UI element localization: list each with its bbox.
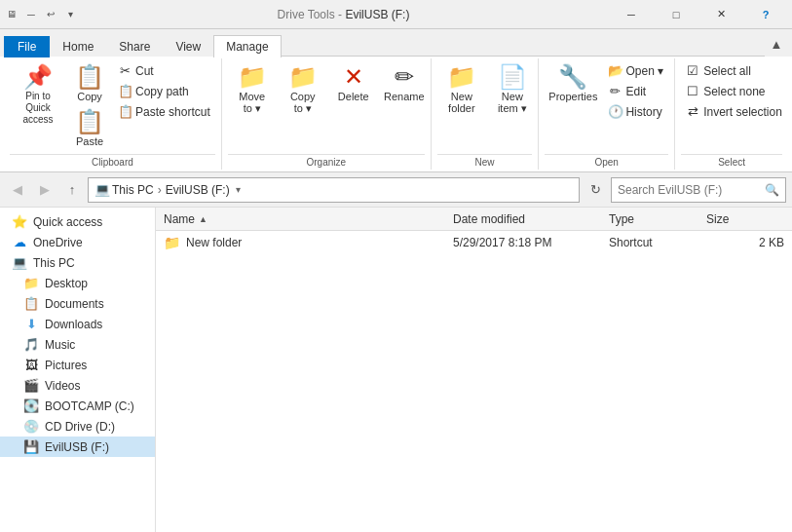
edit-icon: ✏ bbox=[608, 84, 622, 98]
select-all-icon: ☑ bbox=[686, 63, 699, 78]
drive-tools-title: Drive Tools bbox=[278, 8, 335, 21]
copy-path-label: Copy path bbox=[135, 85, 189, 98]
refresh-button[interactable]: ↻ bbox=[584, 178, 607, 202]
history-button[interactable]: 🕐 History bbox=[603, 101, 668, 122]
copy-button[interactable]: 📋 Copy bbox=[68, 60, 111, 107]
file-name-cell: 📁 New folder bbox=[164, 235, 453, 250]
this-pc-label: This PC bbox=[33, 256, 75, 270]
search-bar[interactable]: 🔍 bbox=[611, 177, 786, 203]
clipboard-content: 📌 Pin to Quickaccess 📋 Copy 📋 Paste ✂ Cu… bbox=[10, 60, 215, 152]
col-type[interactable]: Type bbox=[609, 212, 706, 226]
ribbon-collapse-button[interactable]: ▲ bbox=[765, 32, 788, 56]
ribbon-group-clipboard: 📌 Pin to Quickaccess 📋 Copy 📋 Paste ✂ Cu… bbox=[4, 58, 222, 170]
help-button[interactable]: ? bbox=[743, 0, 788, 29]
sidebar-item-pictures[interactable]: 🖼 Pictures bbox=[0, 355, 155, 375]
file-size-cell: 2 KB bbox=[706, 236, 784, 249]
desktop-icon: 📁 bbox=[23, 276, 39, 290]
sidebar-item-quick-access[interactable]: ⭐ Quick access bbox=[0, 211, 155, 232]
sidebar: ⭐ Quick access ☁ OneDrive 💻 This PC 📁 De… bbox=[0, 208, 156, 532]
file-list-header: Name ▲ Date modified Type Size bbox=[156, 208, 792, 231]
sidebar-item-onedrive[interactable]: ☁ OneDrive bbox=[0, 232, 155, 252]
computer-icon: 💻 bbox=[94, 182, 108, 197]
maximize-button[interactable]: □ bbox=[654, 0, 698, 29]
downloads-icon: ⬇ bbox=[23, 317, 39, 331]
new-folder-button[interactable]: 📁 Newfolder bbox=[437, 60, 486, 119]
file-list-body: 📁 New folder 5/29/2017 8:18 PM Shortcut … bbox=[156, 231, 792, 532]
back-button[interactable]: ◀ bbox=[6, 178, 29, 202]
up-button[interactable]: ↑ bbox=[60, 178, 84, 202]
window-icon: 🖥 bbox=[4, 7, 19, 22]
open-button[interactable]: 📂 Open ▾ bbox=[603, 60, 668, 81]
tab-view[interactable]: View bbox=[163, 35, 213, 57]
col-name[interactable]: Name ▲ bbox=[164, 212, 453, 226]
documents-label: Documents bbox=[45, 297, 104, 311]
ribbon-group-new: 📁 Newfolder 📄 Newitem ▾ New bbox=[432, 58, 539, 170]
desktop-label: Desktop bbox=[45, 277, 88, 290]
address-this-pc[interactable]: This PC bbox=[112, 183, 154, 197]
tab-manage[interactable]: Manage bbox=[213, 35, 281, 57]
search-icon[interactable]: 🔍 bbox=[765, 183, 779, 197]
cut-label: Cut bbox=[135, 64, 154, 78]
rename-button[interactable]: ✏ Rename bbox=[380, 60, 429, 107]
new-folder-label: Newfolder bbox=[448, 91, 475, 114]
tab-share[interactable]: Share bbox=[106, 35, 163, 57]
cut-icon: ✂ bbox=[118, 63, 132, 78]
properties-button[interactable]: 🔧 Properties bbox=[545, 60, 601, 107]
sidebar-item-downloads[interactable]: ⬇ Downloads bbox=[0, 314, 155, 334]
edit-label: Edit bbox=[625, 85, 646, 98]
sidebar-item-bootcamp[interactable]: 💽 BOOTCAMP (C:) bbox=[0, 396, 155, 416]
sidebar-item-this-pc[interactable]: 💻 This PC bbox=[0, 252, 155, 273]
cut-col: ✂ Cut 📋 Copy path 📋 Paste shortcut bbox=[113, 60, 215, 122]
pin-to-quick-access-button[interactable]: 📌 Pin to Quickaccess bbox=[10, 60, 66, 131]
table-row[interactable]: 📁 New folder 5/29/2017 8:18 PM Shortcut … bbox=[156, 231, 792, 255]
close-button[interactable]: ✕ bbox=[698, 0, 743, 29]
forward-button[interactable]: ▶ bbox=[33, 178, 57, 202]
search-input[interactable] bbox=[618, 183, 765, 197]
tab-home[interactable]: Home bbox=[50, 35, 106, 57]
new-item-button[interactable]: 📄 Newitem ▾ bbox=[488, 60, 537, 120]
select-none-button[interactable]: ☐ Select none bbox=[681, 81, 787, 101]
sidebar-item-music[interactable]: 🎵 Music bbox=[0, 334, 155, 355]
new-item-label: Newitem ▾ bbox=[498, 91, 527, 115]
bootcamp-icon: 💽 bbox=[23, 399, 39, 413]
paste-icon: 📋 bbox=[75, 110, 104, 133]
title-bar-icons: 🖥 ─ ↩ ▾ bbox=[4, 7, 78, 22]
select-col: ☑ Select all ☐ Select none ⇄ Invert sele… bbox=[681, 60, 787, 122]
edit-button[interactable]: ✏ Edit bbox=[603, 81, 668, 101]
copy-path-icon: 📋 bbox=[118, 84, 132, 98]
quick-access-toolbar-dropdown[interactable]: ▾ bbox=[62, 7, 78, 22]
col-date[interactable]: Date modified bbox=[453, 212, 609, 226]
sidebar-item-videos[interactable]: 🎬 Videos bbox=[0, 375, 155, 396]
sidebar-item-evilusb[interactable]: 💾 EvilUSB (F:) bbox=[0, 437, 155, 457]
invert-icon: ⇄ bbox=[686, 104, 699, 119]
new-content: 📁 Newfolder 📄 Newitem ▾ bbox=[437, 60, 532, 152]
pin-label: Pin to Quickaccess bbox=[17, 91, 59, 126]
open-label: Open ▾ bbox=[625, 64, 663, 78]
sidebar-item-cd-drive[interactable]: 💿 CD Drive (D:) bbox=[0, 416, 155, 437]
address-evilusb[interactable]: EvilUSB (F:) bbox=[166, 183, 230, 197]
clipboard-label: Clipboard bbox=[10, 154, 215, 168]
delete-button[interactable]: ✕ Delete bbox=[329, 60, 378, 107]
evilusb-icon: 💾 bbox=[23, 439, 39, 454]
new-label: New bbox=[437, 154, 532, 168]
address-bar[interactable]: 💻 This PC › EvilUSB (F:) ▾ bbox=[88, 177, 580, 203]
move-to-button[interactable]: 📁 Moveto ▾ bbox=[228, 60, 277, 120]
quick-access-toolbar-undo[interactable]: ↩ bbox=[43, 7, 58, 22]
sidebar-item-desktop[interactable]: 📁 Desktop bbox=[0, 273, 155, 293]
cut-button[interactable]: ✂ Cut bbox=[113, 60, 215, 81]
select-none-icon: ☐ bbox=[686, 84, 699, 98]
paste-shortcut-button[interactable]: 📋 Paste shortcut bbox=[113, 101, 215, 122]
sidebar-item-documents[interactable]: 📋 Documents bbox=[0, 293, 155, 314]
copy-label: Copy bbox=[77, 91, 102, 102]
paste-button[interactable]: 📋 Paste bbox=[68, 105, 111, 152]
select-all-button[interactable]: ☑ Select all bbox=[681, 60, 787, 81]
address-sep-1: › bbox=[158, 183, 162, 197]
copy-path-button[interactable]: 📋 Copy path bbox=[113, 81, 215, 101]
col-size[interactable]: Size bbox=[706, 212, 784, 226]
invert-selection-button[interactable]: ⇄ Invert selection bbox=[681, 101, 787, 122]
quick-access-toolbar-pin[interactable]: ─ bbox=[23, 7, 39, 22]
minimize-button[interactable]: ─ bbox=[609, 0, 654, 29]
address-dropdown-arrow[interactable]: ▾ bbox=[236, 184, 241, 195]
copy-to-button[interactable]: 📁 Copyto ▾ bbox=[279, 60, 327, 120]
tab-file[interactable]: File bbox=[4, 36, 50, 57]
